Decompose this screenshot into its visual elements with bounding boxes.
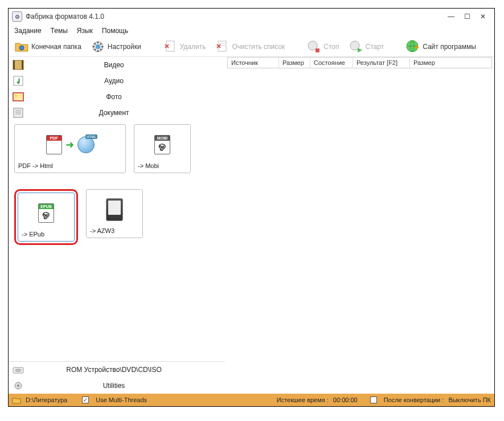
menu-bar: Задание Темы Язык Помощь — [9, 24, 494, 37]
tile-epub-label: -> EPub — [22, 230, 71, 238]
elapsed-label: Истекшее время : — [277, 397, 329, 403]
svg-rect-16 — [14, 93, 23, 100]
settings-button[interactable]: Настройки — [88, 38, 144, 55]
stop-label: Стоп — [323, 43, 339, 51]
col-result[interactable]: Результат [F2] — [353, 58, 410, 68]
category-photo-label: Фото — [26, 93, 225, 101]
close-button[interactable]: ✕ — [475, 10, 491, 23]
output-folder-button[interactable]: Конечная папка — [12, 38, 84, 55]
menu-help[interactable]: Помощь — [102, 27, 128, 35]
svg-point-0 — [19, 46, 24, 50]
tile-mobi-label: -> Mobi — [138, 161, 187, 169]
stop-icon — [306, 39, 321, 54]
start-label: Старт — [366, 43, 384, 51]
minimize-button[interactable]: — — [443, 10, 459, 23]
svg-rect-14 — [14, 76, 23, 85]
category-utilities[interactable]: Utilities — [9, 378, 225, 394]
category-rom-label: ROM Устройство\DVD\CD\ISO — [26, 366, 225, 374]
menu-themes[interactable]: Темы — [51, 27, 68, 35]
epub-file-icon: EPUBஓ — [38, 203, 54, 223]
gear-small-icon — [11, 379, 26, 392]
menu-language[interactable]: Язык — [77, 27, 93, 35]
clear-icon — [215, 39, 230, 54]
output-path[interactable]: D:\Литература — [26, 397, 67, 403]
svg-point-2 — [96, 44, 100, 49]
category-utilities-label: Utilities — [26, 382, 225, 390]
col-state[interactable]: Состояние — [310, 58, 353, 68]
globe-arrow-icon — [405, 39, 420, 54]
globe-icon: HTML — [77, 136, 95, 153]
after-convert-value[interactable]: Выключить ПК — [448, 397, 491, 403]
folder-icon — [14, 39, 29, 54]
tile-epub-highlight: EPUBஓ -> EPub — [14, 189, 78, 245]
content-area: Видео Аудио Фото Документ P — [9, 57, 494, 394]
delete-label: Удалить — [180, 43, 206, 51]
category-list: Видео Аудио Фото Документ — [9, 57, 225, 121]
website-button[interactable]: Сайт программы — [403, 38, 478, 55]
menu-task[interactable]: Задание — [14, 27, 42, 35]
title-bar: ⚙ Фабрика форматов 4.1.0 — ☐ ✕ — [9, 9, 494, 24]
document-icon — [11, 107, 26, 119]
category-document-label: Документ — [26, 109, 225, 117]
app-window: ⚙ Фабрика форматов 4.1.0 — ☐ ✕ Задание Т… — [8, 8, 495, 407]
col-size2[interactable]: Размер — [410, 58, 491, 68]
svg-rect-18 — [14, 108, 23, 117]
clear-list-button[interactable]: Очистить список — [212, 38, 287, 55]
tile-azw3[interactable]: -> AZW3 — [86, 189, 143, 238]
gear-icon — [91, 39, 105, 54]
svg-rect-8 — [315, 48, 319, 52]
app-icon: ⚙ — [12, 11, 22, 22]
svg-point-17 — [15, 95, 17, 97]
multithreads-label: Use Multi-Threads — [96, 397, 147, 403]
delete-button[interactable]: Удалить — [161, 38, 208, 55]
output-folder-label: Конечная папка — [31, 43, 81, 51]
svg-rect-12 — [13, 60, 15, 70]
tile-azw3-label: -> AZW3 — [90, 226, 139, 234]
bottom-category-list: ROM Устройство\DVD\CD\ISO Utilities — [9, 361, 225, 394]
category-rom[interactable]: ROM Устройство\DVD\CD\ISO — [9, 362, 225, 378]
pdf-file-icon: PDF — [46, 135, 62, 154]
film-icon — [11, 59, 26, 71]
col-source[interactable]: Источник — [228, 58, 279, 68]
folder-small-icon[interactable] — [12, 397, 21, 404]
tile-epub[interactable]: EPUBஓ -> EPub — [18, 193, 75, 242]
disc-drive-icon — [11, 363, 26, 376]
svg-point-23 — [15, 369, 21, 371]
left-pane: Видео Аудио Фото Документ P — [9, 57, 225, 394]
col-size[interactable]: Размер — [279, 58, 310, 68]
maximize-button[interactable]: ☐ — [459, 10, 475, 23]
svg-rect-13 — [22, 60, 23, 70]
website-label: Сайт программы — [423, 43, 476, 51]
category-audio[interactable]: Аудио — [9, 73, 225, 89]
tile-pdf-to-html[interactable]: PDF ➜ HTML PDF -> Html — [14, 124, 126, 173]
clear-label: Очистить список — [232, 43, 285, 51]
toolbar: Конечная папка Настройки Удалить Очистит… — [9, 37, 494, 57]
music-note-icon — [11, 75, 26, 87]
svg-point-25 — [17, 385, 19, 387]
status-bar: D:\Литература ✓ Use Multi-Threads Истекш… — [9, 394, 494, 406]
tile-pdf-to-html-label: PDF -> Html — [18, 161, 122, 169]
category-video[interactable]: Видео — [9, 57, 225, 73]
tile-mobi[interactable]: MOBIஓ -> Mobi — [134, 124, 191, 173]
elapsed-value: 00:00:00 — [333, 397, 358, 403]
category-video-label: Видео — [26, 61, 225, 69]
right-pane: Источник Размер Состояние Результат [F2]… — [225, 57, 494, 394]
stop-button[interactable]: Стоп — [304, 38, 341, 55]
task-list-empty — [225, 68, 494, 394]
category-audio-label: Аудио — [26, 77, 225, 85]
settings-label: Настройки — [108, 43, 141, 51]
category-document[interactable]: Документ — [9, 105, 225, 121]
conversion-tiles: PDF ➜ HTML PDF -> Html MOBIஓ -> Mobi — [9, 121, 225, 248]
task-columns-header: Источник Размер Состояние Результат [F2]… — [227, 57, 492, 68]
category-photo[interactable]: Фото — [9, 89, 225, 105]
start-button[interactable]: Старт — [346, 38, 387, 55]
play-icon — [349, 39, 363, 54]
window-title: Фабрика форматов 4.1.0 — [26, 13, 104, 21]
mobi-file-icon: MOBIஓ — [154, 135, 170, 154]
delete-icon — [163, 39, 178, 54]
after-convert-checkbox[interactable] — [370, 397, 377, 403]
arrow-right-icon: ➜ — [65, 138, 74, 151]
ereader-icon — [106, 198, 123, 221]
multithreads-checkbox[interactable]: ✓ — [82, 397, 89, 403]
photo-icon — [11, 91, 26, 103]
